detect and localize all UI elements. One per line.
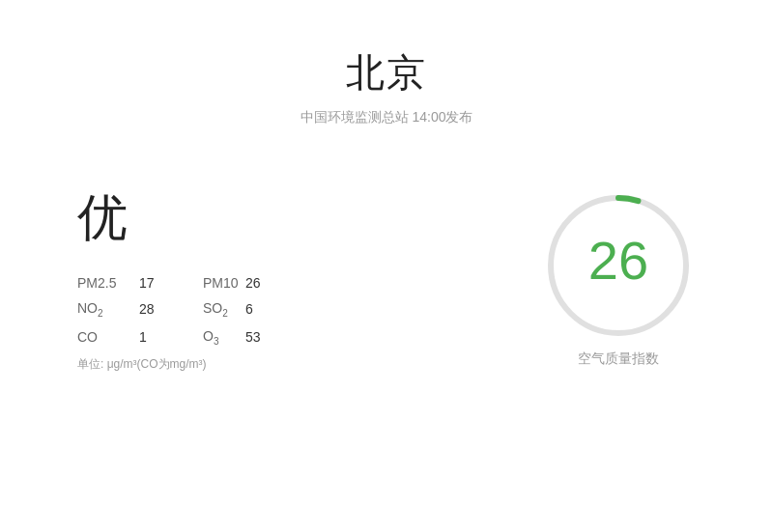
metric-value-pm10: 26	[242, 275, 290, 291]
header: 北京 中国环境监测总站 14:00发布	[301, 46, 473, 126]
right-panel: 26 空气质量指数	[541, 188, 696, 368]
metric-name-pm10: PM10	[184, 275, 242, 291]
metric-name-pm25: PM2.5	[77, 275, 135, 291]
main-content: 优 PM2.5 17 PM10 26 NO2 28 SO2 6 CO 1 O3 …	[39, 184, 734, 373]
metric-name-co: CO	[77, 329, 135, 345]
metric-name-no2: NO2	[77, 300, 135, 319]
metric-name-so2: SO2	[184, 300, 242, 319]
metrics-grid: PM2.5 17 PM10 26 NO2 28 SO2 6 CO 1 O3 53	[77, 275, 290, 347]
city-name: 北京	[301, 46, 473, 99]
metric-value-o3: 53	[242, 329, 290, 345]
metric-value-co: 1	[135, 329, 184, 345]
unit-text: 单位: μg/m³(CO为mg/m³)	[77, 356, 290, 373]
metric-value-pm25: 17	[135, 275, 184, 291]
quality-label: 优	[77, 184, 290, 252]
aqi-circle: 26	[541, 188, 696, 343]
aqi-label: 空气质量指数	[578, 350, 659, 368]
metric-name-o3: O3	[184, 328, 242, 347]
left-panel: 优 PM2.5 17 PM10 26 NO2 28 SO2 6 CO 1 O3 …	[77, 184, 290, 373]
aqi-number: 26	[588, 230, 648, 293]
metric-value-so2: 6	[242, 301, 290, 317]
metric-value-no2: 28	[135, 301, 184, 317]
subtitle: 中国环境监测总站 14:00发布	[301, 109, 473, 126]
